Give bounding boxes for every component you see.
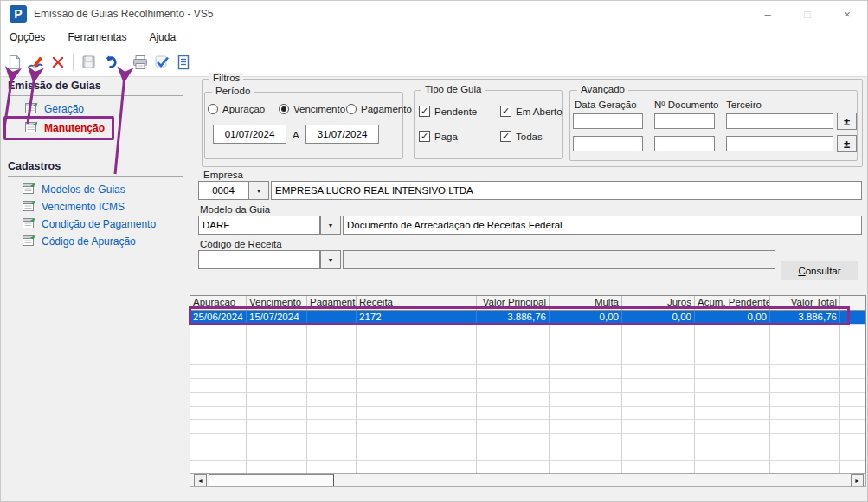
cell-empty [307, 338, 357, 351]
column-header[interactable]: Multa [550, 296, 622, 310]
divider [8, 95, 183, 96]
sidebar-item-vencimento-icms[interactable]: Vencimento ICMS [23, 200, 125, 214]
consultar-button[interactable]: Consultar [781, 261, 858, 280]
cell-empty [357, 407, 477, 420]
sidebar-item-modelos-de-guias[interactable]: Modelos de Guias [23, 183, 125, 196]
column-header[interactable]: Valor Total [770, 296, 840, 310]
table-row-empty[interactable] [190, 434, 865, 447]
cell-empty [190, 407, 247, 420]
cell-acum-pendente: 0,00 [695, 311, 770, 324]
cell-empty [840, 338, 865, 351]
cell-empty [695, 461, 770, 474]
confirm-icon[interactable] [152, 52, 171, 73]
column-header[interactable]: Valor Principal [477, 296, 550, 310]
form-icon [23, 235, 35, 248]
new-document-icon[interactable] [5, 52, 24, 73]
minimize-button[interactable]: – [748, 1, 788, 27]
sidebar: Emissão de Guias Geração Manutenção Cada… [1, 77, 190, 502]
codigo-receita-label: Código de Receita [200, 239, 282, 249]
form-icon [23, 200, 35, 214]
checkbox-todas[interactable]: ✓ Todas [500, 131, 543, 142]
table-row-empty[interactable] [190, 351, 865, 365]
menu-ajuda[interactable]: Ajuda [147, 29, 177, 45]
delete-icon[interactable] [48, 52, 68, 73]
cell-empty [840, 365, 865, 378]
sidebar-item-label: Código de Apuração [42, 235, 136, 248]
checkbox-pendente[interactable]: ✓ Pendente [419, 106, 477, 117]
checkbox-checked-icon: ✓ [500, 106, 511, 117]
radio-pagamento[interactable]: Pagamento [346, 104, 412, 114]
close-button[interactable]: × [827, 1, 867, 27]
column-header[interactable]: Receita [357, 296, 477, 310]
empresa-dropdown-button[interactable]: ▼ [248, 181, 269, 200]
undo-icon[interactable] [100, 52, 119, 73]
modelo-guia-dropdown-button[interactable]: ▼ [320, 216, 341, 235]
toolbar [1, 48, 867, 77]
print-icon[interactable] [131, 52, 150, 73]
cell-empty [770, 393, 840, 406]
table-row-empty[interactable] [190, 325, 865, 338]
cell-empty [357, 461, 477, 474]
scrollbar-thumb[interactable] [209, 474, 334, 486]
cell-empty [357, 393, 477, 406]
table-row-empty[interactable] [190, 393, 865, 407]
column-header[interactable]: Pagamento [307, 296, 357, 310]
date-to-input[interactable]: 31/07/2024 [305, 125, 379, 144]
checkbox-paga[interactable]: ✓ Paga [419, 131, 458, 142]
cell-empty [840, 325, 865, 338]
cell-empty [247, 434, 307, 447]
edit-icon[interactable] [27, 52, 46, 73]
terceiro-input-1[interactable] [726, 113, 833, 129]
modelo-guia-combo[interactable]: DARF [198, 216, 320, 235]
cell-empty [190, 338, 247, 351]
checkbox-em-aberto[interactable]: ✓ Em Aberto [500, 106, 563, 117]
column-header[interactable]: Juros [622, 296, 695, 310]
table-row-empty[interactable] [190, 365, 865, 379]
terceiro-input-2[interactable] [726, 136, 833, 151]
empresa-code-combo[interactable]: 0004 [198, 181, 248, 200]
column-header[interactable]: Acum. Pendente [695, 296, 770, 310]
maximize-button[interactable]: □ [788, 1, 827, 27]
cell-empty [477, 420, 550, 433]
cell-empty [190, 325, 247, 338]
table-row-selected[interactable]: 25/06/2024 15/07/2024 2172 3.886,76 0,00… [190, 311, 865, 325]
cell-vencimento: 15/07/2024 [247, 311, 307, 324]
column-header[interactable]: Vencimento [247, 296, 307, 310]
periodo-label: Período [212, 86, 254, 96]
cell-empty [695, 351, 770, 364]
num-documento-input-1[interactable] [654, 113, 715, 129]
content-area: Filtros Período Apuração Vencimento Paga… [190, 77, 868, 502]
cell-empty [550, 407, 622, 420]
save-icon[interactable] [79, 52, 98, 73]
table-row-empty[interactable] [190, 338, 865, 352]
horizontal-scrollbar[interactable]: ◄ ► [190, 473, 866, 487]
table-row-empty[interactable] [190, 420, 865, 434]
radio-vencimento[interactable]: Vencimento [279, 104, 345, 114]
terceiro-lookup-button-2[interactable]: ± [837, 135, 857, 152]
date-from-input[interactable]: 01/07/2024 [213, 125, 286, 144]
table-row-empty[interactable] [190, 407, 865, 421]
table-row-empty[interactable] [190, 447, 865, 461]
cell-empty [550, 420, 622, 433]
scroll-left-icon[interactable]: ◄ [194, 474, 207, 486]
empresa-label: Empresa [203, 170, 243, 180]
sidebar-item-geracao[interactable]: Geração [25, 102, 84, 116]
report-icon[interactable] [174, 52, 193, 73]
radio-apuracao[interactable]: Apuração [208, 104, 265, 114]
num-documento-input-2[interactable] [654, 136, 715, 151]
menu-ferramentas[interactable]: Ferramentas [66, 29, 128, 45]
table-row-empty[interactable] [190, 379, 865, 393]
sidebar-item-manutencao[interactable]: Manutenção [25, 121, 105, 135]
sidebar-item-condicao-pagamento[interactable]: Condição de Pagamento [23, 217, 156, 231]
codigo-receita-dropdown-button[interactable]: ▼ [320, 250, 341, 269]
app-window: P Emissão de Guias Recolhimento - VS5 – … [0, 0, 868, 502]
terceiro-lookup-button-1[interactable]: ± [837, 113, 857, 130]
column-header[interactable]: Apuração [190, 296, 247, 310]
menu-opcoes[interactable]: Opções [8, 29, 47, 45]
data-geracao-input-2[interactable] [573, 136, 643, 151]
data-geracao-input-1[interactable] [573, 113, 643, 129]
scroll-right-icon[interactable]: ► [851, 474, 864, 486]
cell-empty [247, 447, 307, 460]
sidebar-item-codigo-apuracao[interactable]: Código de Apuração [23, 235, 136, 248]
codigo-receita-combo[interactable] [198, 250, 320, 269]
